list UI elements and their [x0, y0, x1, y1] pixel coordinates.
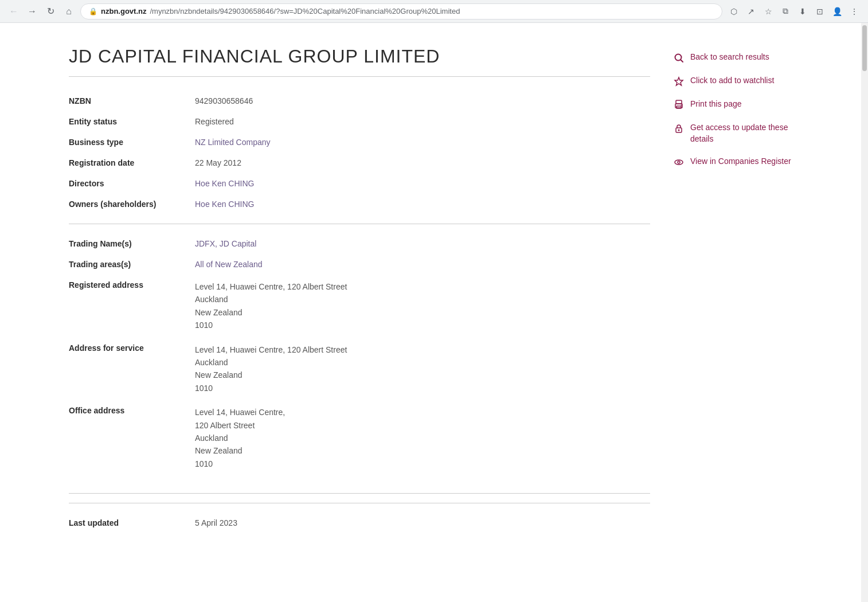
sidebar-item-view-companies[interactable]: View in Companies Register [673, 156, 799, 168]
fullscreen-button[interactable]: ⊡ [813, 5, 827, 18]
entity-status-label: Entity status [69, 117, 195, 126]
sidebar-item-back-to-search[interactable]: Back to search results [673, 52, 799, 64]
url-bold: nzbn.govt.nz [101, 7, 146, 15]
section-divider-3 [69, 503, 650, 503]
svg-rect-3 [676, 100, 682, 104]
last-updated-value: 5 April 2023 [195, 518, 650, 527]
registration-date-row: Registration date 22 May 2012 [69, 153, 650, 173]
search-icon [673, 52, 685, 64]
address-service-label: Address for service [69, 343, 195, 353]
business-type-row: Business type NZ Limited Company [69, 132, 650, 153]
svg-marker-2 [675, 77, 683, 85]
registered-address-row: Registered address Level 14, Huawei Cent… [69, 275, 650, 338]
address-service-value: Level 14, Huawei Centre, 120 Albert Stre… [195, 343, 650, 395]
back-button[interactable]: ← [7, 5, 21, 18]
url-rest: /mynzbn/nzbndetails/9429030658646/?sw=JD… [150, 7, 460, 15]
registration-date-value: 22 May 2012 [195, 158, 650, 167]
print-icon [673, 99, 685, 111]
owners-label: Owners (shareholders) [69, 200, 195, 209]
svg-point-9 [675, 160, 683, 165]
office-address-value: Level 14, Huawei Centre, 120 Albert Stre… [195, 406, 650, 470]
reload-button[interactable]: ↻ [44, 5, 57, 18]
nzbn-label: NZBN [69, 96, 195, 105]
trading-areas-label: Trading areas(s) [69, 260, 195, 269]
extensions-button[interactable]: ⧉ [779, 5, 792, 18]
home-button[interactable]: ⌂ [62, 5, 76, 18]
registered-address-label: Registered address [69, 280, 195, 290]
lock-icon [673, 123, 685, 134]
page-wrapper: JD CAPITAL FINANCIAL GROUP LIMITED NZBN … [0, 23, 868, 556]
browser-right-icons: ⬡ ↗ ☆ ⧉ ⬇ ⊡ 👤 ⋮ [727, 5, 861, 18]
directors-label: Directors [69, 179, 195, 188]
browser-chrome: ← → ↻ ⌂ 🔒 nzbn.govt.nz /mynzbn/nzbndetai… [0, 0, 868, 23]
svg-rect-5 [677, 106, 681, 108]
bookmark-button[interactable]: ☆ [761, 5, 775, 18]
address-bar[interactable]: 🔒 nzbn.govt.nz /mynzbn/nzbndetails/94290… [80, 3, 722, 19]
main-content: JD CAPITAL FINANCIAL GROUP LIMITED NZBN … [69, 46, 650, 533]
trading-names-label: Trading Name(s) [69, 239, 195, 248]
view-companies-text: View in Companies Register [690, 156, 791, 167]
basic-info-table: NZBN 9429030658646 Entity status Registe… [69, 91, 650, 214]
sidebar-item-get-access[interactable]: Get access to update these details [673, 122, 799, 144]
download-button[interactable]: ⬇ [796, 5, 810, 18]
footer-table: Last updated 5 April 2023 [69, 513, 650, 533]
menu-button[interactable]: ⋮ [847, 5, 861, 18]
profile-button[interactable]: 👤 [830, 5, 844, 18]
eye-icon [673, 157, 685, 168]
entity-status-value: Registered [195, 117, 650, 126]
address-service-row: Address for service Level 14, Huawei Cen… [69, 338, 650, 401]
trading-names-value[interactable]: JDFX, JD Capital [195, 239, 650, 248]
trading-table: Trading Name(s) JDFX, JD Capital Trading… [69, 233, 650, 476]
share-button[interactable]: ↗ [744, 5, 758, 18]
section-divider-1 [69, 224, 650, 224]
star-icon [673, 76, 685, 87]
sidebar: Back to search results Click to add to w… [673, 46, 799, 533]
scrollbar-thumb[interactable] [862, 25, 867, 71]
trading-areas-value[interactable]: All of New Zealand [195, 260, 650, 269]
nzbn-row: NZBN 9429030658646 [69, 91, 650, 111]
trading-areas-row: Trading areas(s) All of New Zealand [69, 254, 650, 275]
owners-row: Owners (shareholders) Hoe Ken CHING [69, 194, 650, 214]
svg-point-10 [678, 161, 680, 163]
last-updated-row: Last updated 5 April 2023 [69, 513, 650, 533]
last-updated-label: Last updated [69, 518, 195, 527]
svg-point-8 [678, 130, 680, 131]
entity-status-row: Entity status Registered [69, 111, 650, 132]
owners-value[interactable]: Hoe Ken CHING [195, 200, 650, 209]
page-title: JD CAPITAL FINANCIAL GROUP LIMITED [69, 46, 650, 67]
section-divider-2 [69, 493, 650, 494]
add-to-watchlist-text: Click to add to watchlist [690, 75, 774, 87]
scrollbar[interactable] [861, 23, 868, 556]
svg-line-1 [681, 60, 683, 62]
directors-value[interactable]: Hoe Ken CHING [195, 179, 650, 188]
svg-point-6 [681, 105, 682, 106]
cast-button[interactable]: ⬡ [727, 5, 741, 18]
office-address-row: Office address Level 14, Huawei Centre, … [69, 400, 650, 476]
forward-button[interactable]: → [25, 5, 39, 18]
trading-names-row: Trading Name(s) JDFX, JD Capital [69, 233, 650, 254]
sidebar-item-print-page[interactable]: Print this page [673, 99, 799, 111]
back-to-search-text: Back to search results [690, 52, 769, 63]
registered-address-value: Level 14, Huawei Centre, 120 Albert Stre… [195, 280, 650, 332]
nzbn-value: 9429030658646 [195, 96, 650, 105]
business-type-value[interactable]: NZ Limited Company [195, 138, 650, 147]
title-divider [69, 76, 650, 77]
get-access-text: Get access to update these details [690, 122, 799, 144]
business-type-label: Business type [69, 138, 195, 147]
directors-row: Directors Hoe Ken CHING [69, 173, 650, 194]
print-page-text: Print this page [690, 99, 742, 110]
registration-date-label: Registration date [69, 158, 195, 167]
sidebar-item-add-to-watchlist[interactable]: Click to add to watchlist [673, 75, 799, 87]
office-address-label: Office address [69, 406, 195, 415]
